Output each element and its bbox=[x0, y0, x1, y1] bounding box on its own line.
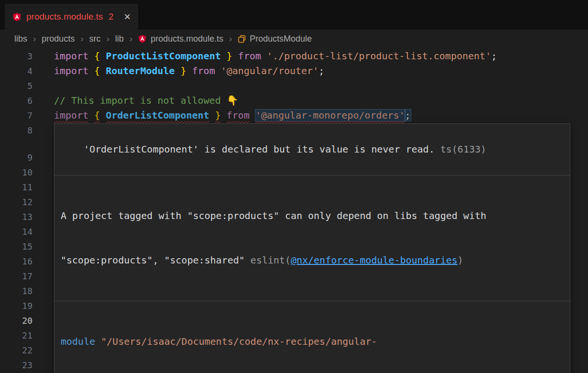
code-token: ; bbox=[319, 65, 324, 77]
code-token: from bbox=[226, 110, 249, 121]
tab-close-icon[interactable]: × bbox=[124, 11, 131, 22]
code-line-content: import { ProductListComponent } from './… bbox=[54, 49, 497, 64]
code-line-6[interactable]: 6// This import is not allowed 👇 bbox=[0, 93, 588, 108]
chevron-separator-icon: › bbox=[129, 33, 132, 44]
code-token: '@angular/router' bbox=[221, 65, 319, 77]
code-token: RouterModule bbox=[106, 65, 175, 77]
code-line-7[interactable]: 7import { OrderListComponent } from '@an… bbox=[0, 108, 588, 123]
tab-bar: products.module.ts 2 × bbox=[0, 0, 588, 30]
code-token: ProductListComponent bbox=[106, 50, 221, 62]
breadcrumb-item-symbol[interactable]: ProductsModule bbox=[238, 34, 312, 44]
code-line-3[interactable]: 3import { ProductListComponent } from '.… bbox=[0, 49, 588, 64]
line-number[interactable]: 5 bbox=[0, 78, 32, 93]
hover-module-path: module "/Users/isaac/Documents/code/nx-r… bbox=[54, 301, 570, 373]
code-token: ; bbox=[491, 50, 497, 62]
code-line-content: // This import is not allowed 👇 bbox=[54, 93, 238, 108]
code-line-4[interactable]: 4import { RouterModule } from '@angular/… bbox=[0, 64, 588, 78]
module-keyword: module bbox=[61, 336, 95, 347]
line-number[interactable]: 3 bbox=[0, 49, 32, 64]
code-token: 👇 bbox=[226, 95, 238, 106]
hover-ts-diagnostic: 'OrderListComponent' is declared but its… bbox=[54, 124, 570, 176]
line-number[interactable]: 9 bbox=[0, 150, 32, 165]
code-token: ; bbox=[405, 110, 411, 121]
breadcrumb-item-lib[interactable]: lib bbox=[115, 34, 124, 44]
code-token: OrderListComponent bbox=[106, 110, 209, 121]
line-number[interactable]: 22 bbox=[0, 343, 32, 358]
code-token: import bbox=[54, 110, 88, 121]
code-token bbox=[221, 50, 226, 62]
line-number[interactable]: 15 bbox=[0, 239, 32, 254]
line-number[interactable]: 21 bbox=[0, 328, 32, 343]
code-token: } bbox=[215, 110, 221, 121]
tab-products-module[interactable]: products.module.ts 2 × bbox=[5, 4, 139, 30]
line-number[interactable]: 11 bbox=[0, 180, 32, 195]
chevron-separator-icon: › bbox=[229, 33, 232, 44]
angular-file-icon bbox=[12, 12, 21, 22]
chevron-separator-icon: › bbox=[107, 33, 109, 44]
code-token bbox=[232, 50, 238, 62]
line-number[interactable]: 14 bbox=[0, 224, 32, 239]
breadcrumb-item-libs[interactable]: libs bbox=[14, 34, 27, 44]
line-number[interactable]: 7 bbox=[0, 108, 32, 123]
code-token: // This import is not allowed bbox=[54, 95, 226, 106]
code-token bbox=[186, 65, 192, 77]
code-token bbox=[221, 110, 226, 121]
code-token: } bbox=[226, 50, 232, 62]
eslint-diagnostic-line2: "scope:products", "scope:shared" eslint(… bbox=[61, 253, 564, 268]
code-token: import bbox=[54, 65, 88, 77]
class-symbol-icon bbox=[238, 35, 246, 43]
breadcrumb-item-src[interactable]: src bbox=[89, 34, 101, 44]
code-token: '@angular-monorepo/orders' bbox=[256, 110, 405, 121]
chevron-separator-icon: › bbox=[33, 33, 36, 44]
code-token: from bbox=[238, 50, 261, 62]
code-token: { bbox=[94, 110, 100, 121]
tab-problems-badge: 2 bbox=[109, 12, 114, 22]
line-number[interactable]: 19 bbox=[0, 298, 32, 313]
line-number[interactable]: 13 bbox=[0, 209, 32, 224]
code-token: } bbox=[181, 65, 186, 77]
code-token bbox=[249, 110, 255, 121]
code-token: './product-list/product-list.component' bbox=[267, 50, 492, 62]
code-token bbox=[100, 65, 106, 77]
chevron-separator-icon: › bbox=[80, 33, 83, 44]
line-number[interactable]: 20 bbox=[0, 313, 32, 328]
line-number[interactable]: 12 bbox=[0, 195, 32, 209]
code-token bbox=[175, 65, 181, 77]
code-token bbox=[261, 50, 267, 62]
code-token bbox=[88, 110, 94, 121]
hover-eslint-diagnostic: A project tagged with "scope:products" c… bbox=[54, 176, 570, 301]
code-token: { bbox=[94, 50, 100, 62]
tab-title: products.module.ts bbox=[26, 11, 103, 22]
code-line-5[interactable]: 5 bbox=[0, 78, 588, 93]
line-number[interactable]: 8 bbox=[0, 123, 32, 138]
angular-file-icon bbox=[138, 34, 147, 43]
code-token bbox=[88, 50, 94, 62]
code-token bbox=[215, 65, 221, 77]
code-token bbox=[100, 110, 106, 121]
code-token: import bbox=[54, 50, 88, 62]
ts-diagnostic-code: ts(6133) bbox=[440, 143, 486, 155]
line-number[interactable]: 18 bbox=[0, 284, 32, 298]
eslint-rule-link[interactable]: @nx/enforce-module-boundaries bbox=[291, 254, 458, 266]
breadcrumb-item-products[interactable]: products bbox=[42, 34, 75, 44]
code-token bbox=[209, 110, 215, 121]
code-line-content: import { RouterModule } from '@angular/r… bbox=[54, 64, 324, 78]
hover-tooltip: 'OrderListComponent' is declared but its… bbox=[54, 123, 570, 373]
breadcrumb-item-file[interactable]: products.module.ts bbox=[138, 34, 223, 44]
code-line-content: import { OrderListComponent } from '@ang… bbox=[54, 108, 411, 123]
line-number[interactable]: 6 bbox=[0, 93, 32, 108]
code-token bbox=[100, 50, 106, 62]
line-number[interactable]: 17 bbox=[0, 269, 32, 284]
code-token: from bbox=[192, 65, 215, 77]
ts-diagnostic-text: 'OrderListComponent' is declared but its… bbox=[84, 143, 440, 155]
eslint-diagnostic-line1: A project tagged with "scope:products" c… bbox=[61, 208, 564, 223]
line-number[interactable]: 4 bbox=[0, 64, 32, 78]
code-token: { bbox=[94, 65, 100, 77]
line-number[interactable]: 23 bbox=[0, 358, 32, 373]
line-number[interactable]: 16 bbox=[0, 254, 32, 269]
breadcrumb: libs › products › src › lib › products.m… bbox=[0, 30, 588, 48]
line-number[interactable]: 10 bbox=[0, 165, 32, 180]
code-token bbox=[88, 65, 94, 77]
